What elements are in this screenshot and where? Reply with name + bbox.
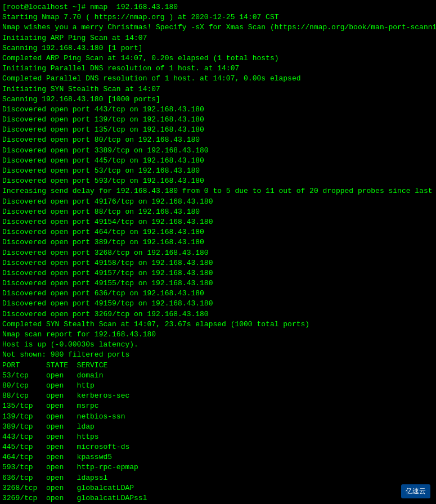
terminal-line: 135/tcp open msrpc bbox=[2, 401, 434, 411]
terminal-line: Discovered open port 3389/tcp on 192.168… bbox=[2, 146, 434, 156]
terminal-line: Starting Nmap 7.70 ( https://nmap.org ) … bbox=[2, 12, 434, 22]
terminal-line: Discovered open port 389/tcp on 192.168.… bbox=[2, 237, 434, 248]
terminal-line: 80/tcp open http bbox=[2, 381, 434, 391]
terminal-line: Discovered open port 49155/tcp on 192.16… bbox=[2, 278, 434, 289]
terminal-line: Initiating Parallel DNS resolution of 1 … bbox=[2, 64, 434, 74]
terminal-line: Not shown: 980 filtered ports bbox=[2, 350, 434, 360]
terminal-line: 53/tcp open domain bbox=[2, 371, 434, 381]
watermark: 亿速云 bbox=[401, 484, 430, 498]
terminal-line: Discovered open port 49154/tcp on 192.16… bbox=[2, 217, 434, 227]
terminal-line: 443/tcp open https bbox=[2, 432, 434, 442]
terminal-line: Completed SYN Stealth Scan at 14:07, 23.… bbox=[2, 320, 434, 330]
terminal-line: Scanning 192.168.43.180 [1000 ports] bbox=[2, 94, 434, 105]
terminal-line: 3269/tcp open globalcatLDAPssl bbox=[2, 493, 434, 503]
terminal-line: 464/tcp open kpasswd5 bbox=[2, 452, 434, 462]
terminal-line: Initiating SYN Stealth Scan at 14:07 bbox=[2, 84, 434, 94]
terminal-line: Discovered open port 80/tcp on 192.168.4… bbox=[2, 135, 434, 145]
terminal-line: Nmap wishes you a merry Christmas! Speci… bbox=[2, 22, 434, 33]
terminal-line: 3268/tcp open globalcatLDAP bbox=[2, 483, 434, 493]
terminal-line: Discovered open port 88/tcp on 192.168.4… bbox=[2, 207, 434, 217]
terminal-line: 139/tcp open netbios-ssn bbox=[2, 412, 434, 422]
terminal-line: Nmap scan report for 192.168.43.180 bbox=[2, 330, 434, 340]
terminal-line: Completed ARP Ping Scan at 14:07, 0.20s … bbox=[2, 53, 434, 64]
terminal-line: Completed Parallel DNS resolution of 1 h… bbox=[2, 74, 434, 84]
terminal-line: Discovered open port 636/tcp on 192.168.… bbox=[2, 289, 434, 299]
terminal-line: 636/tcp open ldapssl bbox=[2, 473, 434, 483]
terminal-line: Discovered open port 49176/tcp on 192.16… bbox=[2, 197, 434, 207]
terminal-line: [root@localhost ~]# nmap 192.168.43.180 bbox=[2, 2, 434, 12]
terminal-line: Increasing send delay for 192.168.43.180… bbox=[2, 186, 434, 196]
terminal-line: Discovered open port 445/tcp on 192.168.… bbox=[2, 156, 434, 166]
terminal-line: Discovered open port 464/tcp on 192.168.… bbox=[2, 227, 434, 237]
terminal-line: Discovered open port 53/tcp on 192.168.4… bbox=[2, 166, 434, 176]
terminal-line: Discovered open port 593/tcp on 192.168.… bbox=[2, 176, 434, 186]
terminal-output: [root@localhost ~]# nmap 192.168.43.180S… bbox=[2, 2, 434, 504]
terminal-line: Discovered open port 49159/tcp on 192.16… bbox=[2, 299, 434, 309]
terminal: [root@localhost ~]# nmap 192.168.43.180S… bbox=[0, 0, 436, 504]
terminal-line: Scanning 192.168.43.180 [1 port] bbox=[2, 43, 434, 53]
terminal-line: Discovered open port 443/tcp on 192.168.… bbox=[2, 105, 434, 115]
terminal-line: PORT STATE SERVICE bbox=[2, 361, 434, 371]
terminal-line: Host is up (-0.00030s latency). bbox=[2, 340, 434, 350]
terminal-line: 593/tcp open http-rpc-epmap bbox=[2, 462, 434, 472]
terminal-line: Discovered open port 3269/tcp on 192.168… bbox=[2, 309, 434, 320]
terminal-line: Discovered open port 139/tcp on 192.168.… bbox=[2, 115, 434, 125]
terminal-line: Discovered open port 135/tcp on 192.168.… bbox=[2, 125, 434, 135]
terminal-line: Discovered open port 49158/tcp on 192.16… bbox=[2, 258, 434, 268]
terminal-line: 445/tcp open microsoft-ds bbox=[2, 442, 434, 452]
terminal-line: 88/tcp open kerberos-sec bbox=[2, 391, 434, 401]
terminal-line: Discovered open port 3268/tcp on 192.168… bbox=[2, 248, 434, 258]
terminal-line: Discovered open port 49157/tcp on 192.16… bbox=[2, 268, 434, 278]
terminal-line: 389/tcp open ldap bbox=[2, 422, 434, 432]
terminal-line: Initiating ARP Ping Scan at 14:07 bbox=[2, 33, 434, 43]
